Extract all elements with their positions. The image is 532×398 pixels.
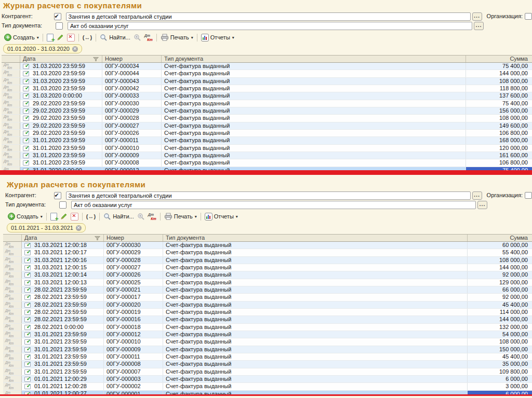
cell-sum[interactable]: 132 000,00 [468, 324, 532, 331]
reports-button[interactable]: Отчеты ▾ [200, 33, 236, 42]
cell-number[interactable]: 00ГУ-000016 [104, 316, 163, 323]
cell-doctype[interactable]: Счет-фактура выданный [163, 368, 468, 375]
table-row[interactable]: Дт Кт ✔ 31.01.2020 23:59:59 00ГУ-000009 … [2, 152, 532, 159]
cell-doctype[interactable]: Счет-фактура выданный [163, 271, 468, 278]
cell-date[interactable]: ✔ 31.01.2021 23:59:59 [22, 368, 104, 375]
cell-doctype[interactable]: Счет-фактура выданный [162, 137, 466, 144]
table-row[interactable]: Дт Кт ✔ 31.01.2021 23:59:59 00ГУ-000010 … [3, 338, 532, 346]
cell-doctype[interactable]: Счет-фактура выданный [163, 316, 468, 323]
cell-number[interactable]: 00ГУ-000002 [104, 383, 163, 390]
cell-sum[interactable]: 114 000,00 [468, 309, 532, 315]
period-filter-chip[interactable]: 01.01.2020 - 31.03.2020 ✕ [3, 44, 82, 53]
cell-date[interactable]: ✔ 31.03.2021 12:00:13 [22, 279, 104, 286]
cell-date[interactable]: ✔ 31.01.2021 23:59:59 [22, 346, 104, 353]
cell-doctype[interactable]: Счет-фактура выданный [162, 152, 466, 159]
cell-date[interactable]: ✔ 29.02.2020 23:59:59 [20, 100, 102, 107]
cell-doctype[interactable]: Счет-фактура выданный [162, 78, 466, 85]
cell-number[interactable]: 00ГУ-000009 [104, 346, 163, 353]
counterparty-checkbox[interactable] [54, 13, 61, 20]
table-row[interactable]: Дт Кт ✔ 28.02.2021 23:59:59 00ГУ-000016 … [3, 316, 532, 323]
number-column-header[interactable]: Номер [104, 235, 163, 241]
cell-number[interactable]: 00ГУ-000030 [104, 242, 163, 249]
print-button[interactable]: Печать ▾ [159, 33, 195, 42]
cell-number[interactable]: 00ГУ-000029 [102, 107, 162, 114]
cell-number[interactable]: 00ГУ-000009 [102, 152, 162, 159]
cell-doctype[interactable]: Счет-фактура выданный [163, 257, 468, 264]
create-button[interactable]: Создать ▾ [3, 33, 41, 42]
doctype-picker-button[interactable]: ... [477, 201, 487, 209]
cell-sum[interactable]: 6 000,00 [468, 376, 532, 382]
doctype-column-header[interactable]: Тип документа [162, 56, 466, 62]
table-row[interactable]: Дт Кт ✔ 31.01.2021 23:59:59 00ГУ-000009 … [3, 346, 532, 353]
cell-number[interactable]: 00ГУ-000028 [102, 115, 162, 121]
cell-sum[interactable]: 144 000,00 [468, 264, 532, 271]
reports-button[interactable]: Отчеты ▾ [203, 212, 240, 221]
cell-number[interactable]: 00ГУ-000010 [102, 145, 162, 152]
delete-button[interactable] [65, 33, 76, 42]
table-row[interactable]: Дт Кт ✔ 31.01.2020 23:59:59 00ГУ-000008 … [2, 159, 532, 167]
table-row[interactable]: Дт Кт ✔ 29.02.2020 23:59:59 00ГУ-000029 … [2, 107, 532, 115]
cell-number[interactable]: 00ГУ-000042 [102, 85, 162, 92]
counterparty-picker-button[interactable]: ... [472, 12, 482, 21]
cell-number[interactable]: 00ГУ-000027 [104, 264, 163, 271]
cell-date[interactable]: ✔ 28.02.2021 23:59:59 [22, 316, 104, 323]
cell-date[interactable]: ✔ 28.02.2021 23:59:59 [22, 309, 104, 315]
cell-date[interactable]: ✔ 31.01.2020 23:59:59 [20, 137, 102, 144]
edit-button[interactable] [55, 33, 65, 42]
cell-number[interactable]: 00ГУ-000011 [102, 137, 162, 144]
table-row[interactable]: Дт Кт ✔ 31.01.2021 23:59:59 00ГУ-000007 … [3, 368, 532, 376]
cell-doctype[interactable]: Счет-фактура выданный [162, 115, 466, 121]
set-period-button[interactable]: (↔) [85, 213, 97, 220]
cell-doctype[interactable]: Счет-фактура выданный [163, 264, 468, 271]
cell-number[interactable]: 00ГУ-000026 [104, 271, 163, 278]
doctype-input[interactable]: Акт об оказании услуг [68, 22, 472, 30]
cell-sum[interactable]: 108 000,00 [466, 115, 532, 121]
table-row[interactable]: Дт Кт ✔ 31.01.2021 23:59:59 00ГУ-000008 … [3, 361, 532, 368]
cell-doctype[interactable]: Счет-фактура выданный [162, 122, 466, 129]
cell-number[interactable]: 00ГУ-000027 [102, 122, 162, 129]
cell-sum[interactable]: 108 000,00 [466, 78, 532, 85]
cell-number[interactable]: 00ГУ-000029 [104, 249, 163, 256]
cell-date[interactable]: ✔ 31.01.2020 23:59:59 [20, 145, 102, 152]
cell-doctype[interactable]: Счет-фактура выданный [163, 301, 468, 308]
cell-sum[interactable]: 156 000,00 [466, 107, 532, 114]
cell-number[interactable]: 00ГУ-000010 [104, 338, 163, 345]
cell-number[interactable]: 00ГУ-000019 [104, 309, 163, 315]
clear-search-button[interactable] [136, 212, 147, 221]
cell-sum[interactable]: 3 000,00 [468, 383, 532, 390]
cell-date[interactable]: ✔ 29.02.2020 23:59:59 [20, 130, 102, 136]
doctype-picker-button[interactable]: ... [474, 22, 484, 30]
table-row[interactable]: Дт Кт ✔ 31.03.2020 23:59:59 00ГУ-000034 … [2, 63, 532, 70]
cell-date[interactable]: ✔ 31.03.2020 23:59:59 [20, 78, 102, 85]
cell-date[interactable]: ✔ 31.03.2020 23:59:59 [20, 70, 102, 77]
table-row[interactable]: Дт Кт ✔ 31.01.2021 23:59:59 00ГУ-000011 … [3, 353, 532, 361]
doctype-checkbox[interactable] [56, 22, 63, 30]
date-column-header[interactable]: Дата [22, 235, 104, 241]
cell-number[interactable]: 00ГУ-000011 [104, 353, 163, 360]
set-period-button[interactable]: (↔) [81, 34, 94, 41]
cell-number[interactable]: 00ГУ-000028 [104, 257, 163, 264]
cell-sum[interactable]: 54 000,00 [468, 331, 532, 338]
doctype-checkbox[interactable] [59, 201, 66, 209]
table-row[interactable]: Дт Кт ✔ 31.03.2020 23:59:59 00ГУ-000043 … [2, 78, 532, 85]
cell-number[interactable]: 00ГУ-000007 [104, 368, 163, 375]
table-row[interactable]: Дт Кт ✔ 31.01.2020 23:59:59 00ГУ-000011 … [2, 137, 532, 144]
cell-number[interactable]: 00ГУ-000012 [104, 331, 163, 338]
cell-date[interactable]: ✔ 01.01.2021 12:00:29 [22, 376, 104, 382]
sum-column-header[interactable]: Сумма [466, 56, 532, 62]
cell-sum[interactable]: 137 600,00 [466, 92, 532, 99]
cell-number[interactable]: 00ГУ-000033 [102, 92, 162, 99]
dtkt-postings-button[interactable]: Дт Кт [143, 33, 154, 42]
counterparty-input[interactable]: Занятия в детской театральной студии [66, 191, 471, 200]
cell-doctype[interactable]: Счет-фактура выданный [163, 376, 468, 382]
cell-sum[interactable]: 75 400,00 [466, 63, 532, 70]
close-icon[interactable]: ✕ [72, 46, 78, 52]
cell-doctype[interactable]: Счет-фактура выданный [163, 361, 468, 367]
table-row[interactable]: Дт Кт ✔ 31.03.2020 23:59:59 00ГУ-000044 … [2, 70, 532, 77]
cell-sum[interactable]: 75 400,00 [466, 100, 532, 107]
table-row[interactable]: Дт Кт ✔ 31.03.2020 0:00:00 00ГУ-000033 С… [2, 92, 532, 100]
cell-number[interactable]: 00ГУ-000021 [104, 286, 163, 293]
table-row[interactable]: Дт Кт ✔ 31.03.2020 23:59:59 00ГУ-000042 … [2, 85, 532, 92]
cell-doctype[interactable]: Счет-фактура выданный [163, 242, 468, 249]
cell-number[interactable]: 00ГУ-000025 [104, 279, 163, 286]
